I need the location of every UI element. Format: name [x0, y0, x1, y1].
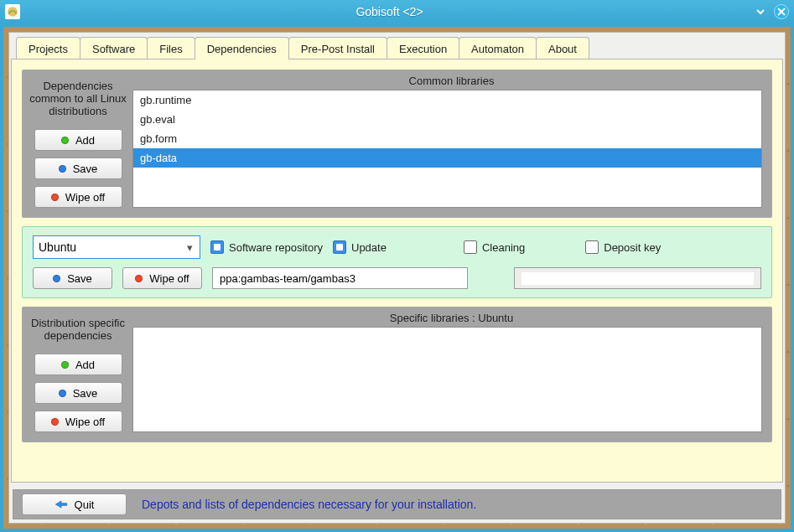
app-icon: [5, 4, 20, 19]
checkbox-icon: [464, 240, 477, 254]
common-wipe-button[interactable]: Wipe off: [34, 186, 122, 208]
button-label: Save: [73, 163, 98, 175]
common-save-button[interactable]: Save: [34, 158, 122, 179]
specific-caption: Distribution specific dependencies: [27, 317, 129, 342]
tab-software[interactable]: Software: [80, 37, 148, 59]
specific-listbox[interactable]: [132, 327, 762, 432]
group-common: Dependencies common to all Linux distrib…: [22, 70, 772, 218]
deposit-input[interactable]: [522, 272, 754, 285]
repo-input[interactable]: [220, 272, 460, 285]
button-label: Save: [67, 272, 92, 285]
distro-combobox[interactable]: ▾: [33, 235, 200, 259]
check-label: Deposit key: [604, 241, 661, 254]
tab-automaton[interactable]: Automaton: [459, 37, 537, 59]
list-item[interactable]: gb.runtime: [133, 90, 761, 110]
dot-blue-icon: [53, 275, 60, 282]
deposit-field[interactable]: [514, 267, 761, 289]
chevron-down-icon[interactable]: ▾: [185, 241, 195, 254]
check-software-repo[interactable]: Software repository: [210, 240, 323, 254]
close-icon[interactable]: [774, 4, 789, 19]
dot-green-icon: [61, 361, 69, 369]
group-distro-options: ▾ Software repository Update Cleaning: [22, 226, 772, 298]
specific-header: Specific libraries : Ubuntu: [132, 308, 771, 327]
status-message: Depots and lists of dependencies necessa…: [142, 498, 476, 511]
tab-projects[interactable]: Projects: [16, 37, 80, 59]
button-label: Wipe off: [149, 272, 189, 285]
check-update[interactable]: Update: [333, 240, 387, 254]
tab-prepost[interactable]: Pre-Post Install: [288, 37, 387, 59]
dot-blue-icon: [59, 165, 66, 173]
tab-files[interactable]: Files: [147, 37, 195, 59]
tabbar: Projects Software Files Dependencies Pre…: [11, 34, 783, 59]
list-item[interactable]: gb.form: [133, 129, 761, 148]
minimize-icon[interactable]: [752, 3, 769, 20]
titlebar: Gobisoft <2>: [0, 0, 794, 23]
check-label: Software repository: [229, 241, 323, 254]
checkbox-icon: [585, 240, 599, 254]
tab-content-dependencies: Dependencies common to all Linux distrib…: [11, 59, 783, 483]
tab-execution[interactable]: Execution: [387, 37, 459, 59]
arrow-left-icon: [54, 499, 68, 509]
status-bar: Quit Depots and lists of dependencies ne…: [13, 489, 781, 519]
tab-about[interactable]: About: [536, 37, 589, 59]
checkbox-icon: [210, 240, 224, 254]
check-cleaning[interactable]: Cleaning: [464, 240, 525, 254]
button-label: Quit: [75, 498, 95, 511]
window-body: Projects Software Files Dependencies Pre…: [8, 32, 786, 524]
checkbox-icon: [333, 240, 346, 254]
specific-save-button[interactable]: Save: [34, 382, 122, 404]
common-listbox[interactable]: gb.runtime gb.eval gb.form gb-data: [132, 90, 762, 208]
dot-blue-icon: [59, 390, 66, 397]
repo-field[interactable]: [212, 267, 468, 289]
check-label: Cleaning: [482, 241, 525, 254]
specific-add-button[interactable]: Add: [34, 354, 122, 375]
common-add-button[interactable]: Add: [34, 129, 122, 151]
distro-input[interactable]: [39, 240, 185, 254]
check-label: Update: [351, 241, 387, 254]
svg-point-0: [8, 7, 18, 17]
button-label: Wipe off: [65, 416, 105, 428]
group-specific: Distribution specific dependencies Add S…: [22, 307, 772, 442]
specific-wipe-button[interactable]: Wipe off: [34, 411, 122, 432]
mid-save-button[interactable]: Save: [33, 267, 112, 289]
common-caption: Dependencies common to all Linux distrib…: [27, 80, 129, 117]
list-item[interactable]: gb.eval: [133, 110, 761, 129]
button-label: Add: [75, 359, 95, 371]
button-label: Add: [75, 134, 95, 147]
window-frame: Projects Software Files Dependencies Pre…: [0, 23, 794, 532]
tab-dependencies[interactable]: Dependencies: [195, 37, 289, 59]
dot-red-icon: [51, 418, 59, 426]
common-header: Common libraries: [132, 71, 771, 90]
button-label: Wipe off: [65, 191, 105, 204]
check-deposit-key[interactable]: Deposit key: [585, 240, 661, 254]
dot-red-icon: [51, 194, 59, 201]
dot-red-icon: [135, 275, 143, 282]
mid-wipe-button[interactable]: Wipe off: [122, 267, 202, 289]
button-label: Save: [73, 387, 98, 400]
dot-green-icon: [61, 137, 69, 144]
quit-button[interactable]: Quit: [22, 493, 127, 515]
list-item[interactable]: gb-data: [133, 148, 761, 168]
window-title: Gobisoft <2>: [27, 5, 752, 18]
